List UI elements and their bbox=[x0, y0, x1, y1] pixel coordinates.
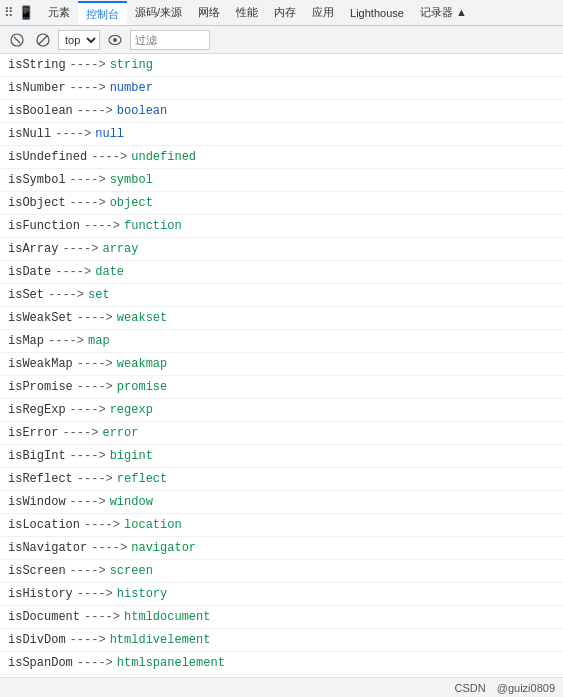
console-arrow: ----> bbox=[48, 286, 84, 304]
status-bar: CSDN @guizi0809 bbox=[0, 677, 563, 697]
console-row: isLocation ----> location bbox=[0, 514, 563, 537]
console-row: isError ----> error bbox=[0, 422, 563, 445]
console-key: isError bbox=[8, 424, 58, 442]
console-arrow: ----> bbox=[84, 608, 120, 626]
tab-recorder[interactable]: 记录器 ▲ bbox=[412, 0, 475, 26]
tab-memory[interactable]: 内存 bbox=[266, 0, 304, 26]
console-value: htmlspanelement bbox=[117, 654, 225, 672]
tab-sources[interactable]: 源码/来源 bbox=[127, 0, 190, 26]
console-key: isBoolean bbox=[8, 102, 73, 120]
console-row: isSpanDom ----> htmlspanelement bbox=[0, 652, 563, 675]
console-value: regexp bbox=[110, 401, 153, 419]
console-key: isScreen bbox=[8, 562, 66, 580]
console-key: isNavigator bbox=[8, 539, 87, 557]
svg-point-5 bbox=[113, 38, 117, 42]
console-key: isDivDom bbox=[8, 631, 66, 649]
console-arrow: ----> bbox=[70, 447, 106, 465]
console-value: location bbox=[124, 516, 182, 534]
console-row: isWeakSet ----> weakset bbox=[0, 307, 563, 330]
eye-icon[interactable] bbox=[104, 29, 126, 51]
top-nav: ⠿ 📱 元素 控制台 源码/来源 网络 性能 内存 应用 Lighthouse … bbox=[0, 0, 563, 26]
console-row: isRegExp ----> regexp bbox=[0, 399, 563, 422]
console-value: date bbox=[95, 263, 124, 281]
tab-console[interactable]: 控制台 bbox=[78, 1, 127, 27]
console-value: history bbox=[117, 585, 167, 603]
console-arrow: ----> bbox=[70, 194, 106, 212]
console-arrow: ----> bbox=[62, 240, 98, 258]
tab-network[interactable]: 网络 bbox=[190, 0, 228, 26]
console-value: map bbox=[88, 332, 110, 350]
console-value: set bbox=[88, 286, 110, 304]
console-arrow: ----> bbox=[77, 378, 113, 396]
console-key: isReflect bbox=[8, 470, 73, 488]
console-row: isString ----> string bbox=[0, 54, 563, 77]
console-key: isDate bbox=[8, 263, 51, 281]
console-toolbar: top bbox=[0, 26, 563, 54]
brand-text: CSDN bbox=[455, 682, 486, 694]
console-key: isObject bbox=[8, 194, 66, 212]
tab-performance[interactable]: 性能 bbox=[228, 0, 266, 26]
console-row: isObject ----> object bbox=[0, 192, 563, 215]
console-key: isPromise bbox=[8, 378, 73, 396]
console-value: symbol bbox=[110, 171, 153, 189]
block-button[interactable] bbox=[32, 29, 54, 51]
console-row: isHistory ----> history bbox=[0, 583, 563, 606]
tab-elements[interactable]: 元素 bbox=[40, 0, 78, 26]
console-arrow: ----> bbox=[62, 424, 98, 442]
console-row: isSymbol ----> symbol bbox=[0, 169, 563, 192]
console-arrow: ----> bbox=[77, 654, 113, 672]
console-value: weakset bbox=[117, 309, 167, 327]
console-arrow: ----> bbox=[70, 631, 106, 649]
console-arrow: ----> bbox=[77, 585, 113, 603]
console-row: isScreen ----> screen bbox=[0, 560, 563, 583]
svg-line-1 bbox=[14, 37, 20, 43]
console-key: isArray bbox=[8, 240, 58, 258]
console-arrow: ----> bbox=[77, 102, 113, 120]
console-arrow: ----> bbox=[55, 125, 91, 143]
console-value: array bbox=[102, 240, 138, 258]
status-separator bbox=[490, 682, 493, 694]
console-value: function bbox=[124, 217, 182, 235]
tab-lighthouse[interactable]: Lighthouse bbox=[342, 0, 412, 26]
console-key: isSymbol bbox=[8, 171, 66, 189]
console-arrow: ----> bbox=[70, 493, 106, 511]
console-key: isSet bbox=[8, 286, 44, 304]
clear-console-button[interactable] bbox=[6, 29, 28, 51]
console-arrow: ----> bbox=[55, 263, 91, 281]
console-value: reflect bbox=[117, 470, 167, 488]
console-arrow: ----> bbox=[91, 148, 127, 166]
console-row: isMap ----> map bbox=[0, 330, 563, 353]
console-arrow: ----> bbox=[84, 217, 120, 235]
console-value: window bbox=[110, 493, 153, 511]
console-row: isUndefined ----> undefined bbox=[0, 146, 563, 169]
console-arrow: ----> bbox=[70, 562, 106, 580]
console-row: isNumber ----> number bbox=[0, 77, 563, 100]
console-row: isDivDom ----> htmldivelement bbox=[0, 629, 563, 652]
console-value: bigint bbox=[110, 447, 153, 465]
context-selector[interactable]: top bbox=[58, 30, 100, 50]
console-row: isArray ----> array bbox=[0, 238, 563, 261]
console-row: isReflect ----> reflect bbox=[0, 468, 563, 491]
svg-line-3 bbox=[39, 35, 48, 44]
console-key: isWeakSet bbox=[8, 309, 73, 327]
console-value: boolean bbox=[117, 102, 167, 120]
console-arrow: ----> bbox=[70, 171, 106, 189]
console-arrow: ----> bbox=[70, 79, 106, 97]
console-row: isNull ----> null bbox=[0, 123, 563, 146]
console-key: isHistory bbox=[8, 585, 73, 603]
filter-input[interactable] bbox=[130, 30, 210, 50]
console-value: undefined bbox=[131, 148, 196, 166]
console-row: isFunction ----> function bbox=[0, 215, 563, 238]
devtools-icon[interactable]: ⠿ bbox=[4, 5, 14, 20]
console-row: isWindow ----> window bbox=[0, 491, 563, 514]
console-arrow: ----> bbox=[70, 56, 106, 74]
console-key: isWeakMap bbox=[8, 355, 73, 373]
console-key: isRegExp bbox=[8, 401, 66, 419]
console-value: navigator bbox=[131, 539, 196, 557]
console-key: isBigInt bbox=[8, 447, 66, 465]
mobile-icon[interactable]: 📱 bbox=[18, 5, 34, 20]
console-value: htmldocument bbox=[124, 608, 210, 626]
console-row: isBoolean ----> boolean bbox=[0, 100, 563, 123]
tab-application[interactable]: 应用 bbox=[304, 0, 342, 26]
console-row: isDate ----> date bbox=[0, 261, 563, 284]
